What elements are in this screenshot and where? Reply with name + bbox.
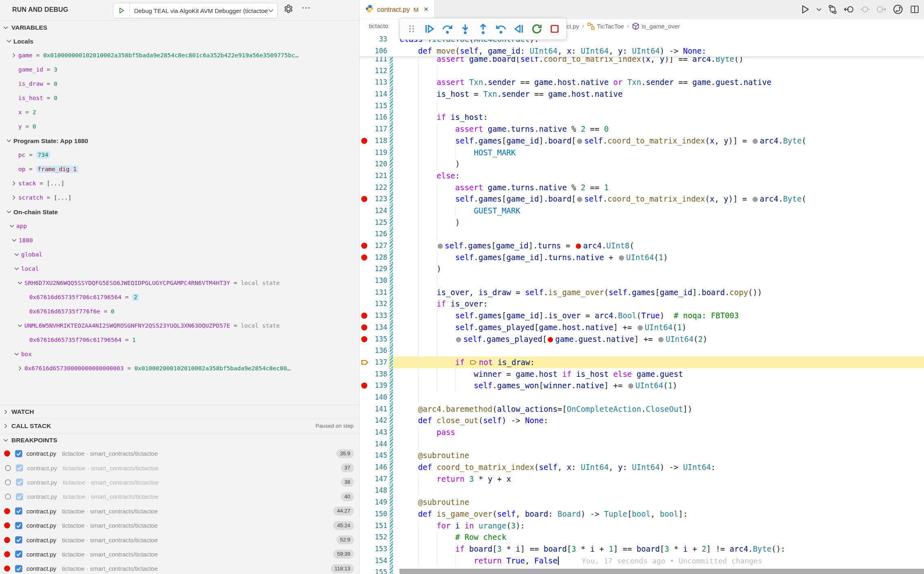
breadcrumb-prefix[interactable]: tictacto [369,19,388,33]
breakpoint-gutter[interactable] [360,485,369,496]
run-icon[interactable] [800,4,811,15]
chevron-down-icon[interactable] [14,252,19,257]
step-back-button[interactable] [493,21,509,37]
breakpoint-gutter[interactable] [360,65,369,77]
inline-breakpoint-icon[interactable] [576,244,581,249]
chevron-down-icon[interactable] [12,238,17,243]
breakpoint-gutter[interactable] [360,555,369,567]
chevron-down-icon[interactable] [17,323,22,328]
breakpoint-gutter[interactable] [360,450,369,461]
open-changes-icon[interactable] [827,4,838,15]
variable-row[interactable]: scratch = [...] [0,191,359,205]
chevron-down-icon[interactable] [7,39,11,43]
code-line[interactable]: 147 return 3 * y + x [360,473,924,485]
chevron-down-icon[interactable] [7,138,11,143]
breakpoint-gutter[interactable] [360,473,369,485]
breakpoint-gutter[interactable] [360,76,369,88]
breakpoint-dot-icon[interactable] [361,383,367,389]
code-line[interactable]: 140 [360,391,924,403]
variable-row[interactable]: is_draw = 0 [0,77,359,91]
inline-breakpoint-candidate-icon[interactable] [753,197,758,202]
breakpoint-row[interactable]: contract.pytictactoe · smart_contracts/t… [0,533,359,547]
breakpoint-gutter[interactable] [360,426,369,438]
breakpoint-dot-icon[interactable] [361,196,367,202]
reverse-continue-button[interactable] [511,21,527,37]
restart-button[interactable] [529,21,544,37]
breakpoint-row[interactable]: contract.pytictactoe · smart_contracts/t… [0,475,359,489]
breakpoint-gutter[interactable] [360,357,369,368]
breakpoint-gutter[interactable] [360,88,369,100]
breakpoint-dot-icon[interactable] [361,336,367,342]
breakpoint-gutter[interactable] [360,135,369,147]
breakpoint-gutter[interactable] [360,287,369,298]
breakpoint-gutter[interactable] [360,508,369,520]
chevron-down-icon[interactable] [17,280,22,285]
inline-breakpoint-candidate-icon[interactable] [619,255,624,261]
inline-breakpoint-candidate-icon[interactable] [638,325,643,330]
inline-breakpoint-candidate-icon[interactable] [438,244,443,249]
breakpoint-gutter[interactable] [360,461,369,473]
toolbar-grip-handle[interactable] [404,21,419,37]
breakpoint-dot-icon[interactable] [361,254,367,261]
code-line[interactable]: 136 [360,345,924,357]
breakpoint-gutter[interactable] [360,403,369,415]
variable-row[interactable]: y = 0 [0,120,359,134]
code-line[interactable]: 113 assert Txn.sender == game.host.nativ… [360,76,924,88]
breakpoint-row[interactable]: contract.pytictactoe · smart_contracts/t… [0,446,359,461]
watch-section-header[interactable]: WATCH [0,404,359,418]
breakpoint-dot-icon[interactable] [361,138,367,144]
breakpoint-gutter[interactable] [360,111,369,123]
inline-breakpoint-candidate-icon[interactable] [456,337,461,342]
breakpoint-row[interactable]: contract.pytictactoe · smart_contracts/t… [0,461,359,475]
code-line[interactable]: 122 assert game.turns.native % 2 == 1 [360,182,924,194]
gear-icon[interactable] [284,4,293,15]
code-line[interactable]: 129 ) [360,263,924,275]
run-chevron-icon[interactable] [816,7,822,12]
breakpoint-gutter[interactable] [360,380,369,391]
code-line[interactable]: 121 else: [360,170,924,182]
variable-row[interactable]: local [0,262,359,276]
variable-row[interactable]: game_id = 3 [0,63,359,77]
code-line[interactable]: 131 is_over, is_draw = self.is_game_over… [360,287,924,298]
code-line[interactable]: 135 self.games_played[game.guest.native]… [360,333,924,345]
variable-row[interactable]: 0x67616d65730000000000000003 = 0x0100020… [0,361,359,376]
breakpoint-gutter[interactable] [360,100,369,112]
breakpoint-gutter[interactable] [360,33,369,45]
code-line[interactable]: 137 if not is_draw: [360,357,924,368]
code-line[interactable]: 120 ) [360,158,924,170]
inline-breakpoint-candidate-icon[interactable] [658,337,664,342]
more-actions-icon[interactable]: ⋯ [301,2,311,13]
inline-breakpoint-candidate-icon[interactable] [753,139,758,144]
code-line[interactable]: 138 winner = game.host if is_host else g… [360,368,924,380]
breakpoint-row[interactable]: contract.pytictactoe · smart_contracts/t… [0,547,359,561]
code-line[interactable]: 106 def move(self, game_id: UInt64, x: U… [360,45,924,57]
breakpoint-checkbox[interactable] [15,478,24,486]
code-line[interactable]: 145 @subroutine [360,450,924,461]
variable-row[interactable]: stack = [...] [0,176,359,191]
start-debug-icon[interactable] [113,3,130,18]
breakpoint-checkbox[interactable] [15,450,23,458]
breakpoint-row[interactable]: contract.pytictactoe · smart_contracts/t… [0,561,359,574]
code-line[interactable]: 142 def close_out(self) -> None: [360,415,924,426]
code-line[interactable]: 126 [360,228,924,240]
breakpoint-row[interactable]: contract.pytictactoe · smart_contracts/t… [0,518,359,533]
variable-row[interactable]: UNML6W5NVHRIKTEOZAA4NI2SWQROSGNFNY2QS523… [0,319,359,333]
breakpoint-gutter[interactable] [360,310,369,322]
variables-group-program-state-app-1880[interactable]: Program State: App 1880 [0,134,359,148]
breakpoint-checkbox[interactable] [15,522,23,530]
code-line[interactable]: 112 [360,65,924,77]
breakpoint-checkbox[interactable] [15,536,23,544]
breakpoint-dot-icon[interactable] [361,243,367,249]
breakpoint-gutter[interactable] [360,147,369,159]
breakpoints-section-header[interactable]: BREAKPOINTS [0,433,359,447]
breakpoint-checkbox[interactable] [15,464,24,472]
breakpoint-row[interactable]: contract.pytictactoe · smart_contracts/t… [0,504,359,518]
code-line[interactable]: 153 if board[3 * i] == board[3 * i + 1] … [360,543,924,555]
chevron-right-icon[interactable] [11,53,16,58]
inline-breakpoint-candidate-icon[interactable] [628,383,633,389]
timeline-icon[interactable] [892,4,904,15]
breakpoint-gutter[interactable] [360,170,369,182]
variable-row[interactable]: 0x67616d65735f706c61796564 = 1 [0,333,359,347]
close-icon[interactable]: ✕ [423,6,429,13]
variable-row[interactable]: global [0,248,359,262]
